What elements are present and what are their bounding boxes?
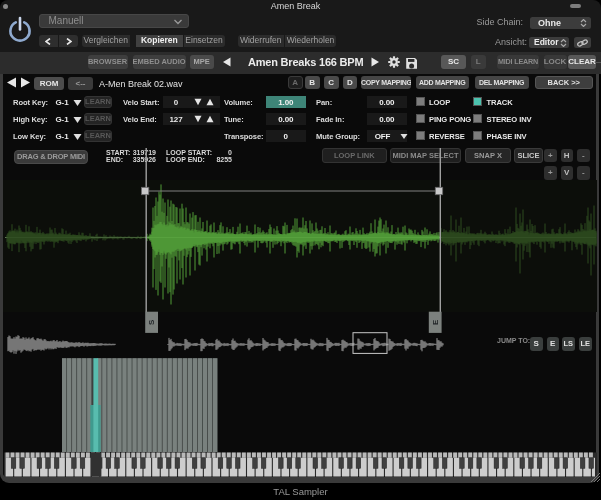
- svg-text:E: E: [431, 319, 440, 325]
- svg-text:S: S: [147, 319, 156, 325]
